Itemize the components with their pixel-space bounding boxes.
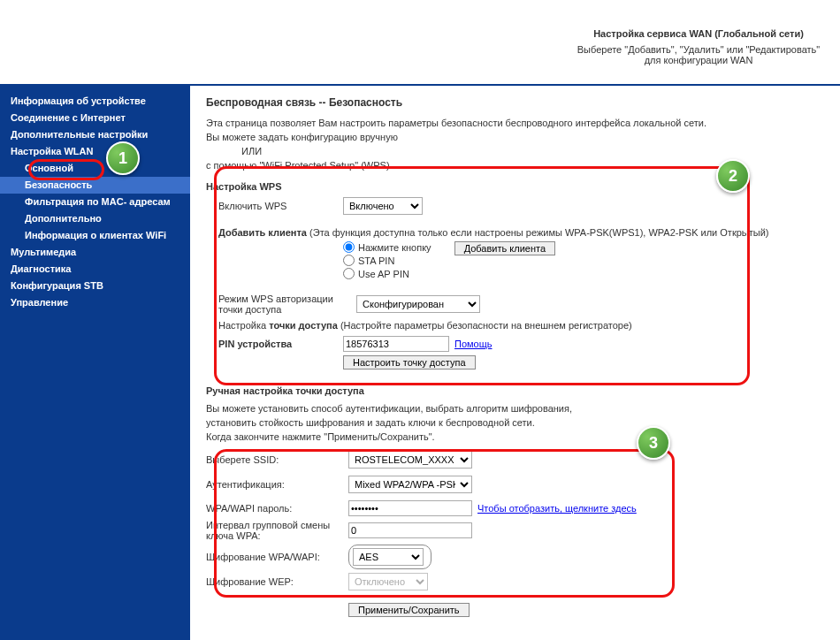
ssid-select[interactable]: ROSTELECOM_XXXX	[348, 451, 472, 469]
radio-sta-pin[interactable]: STA PIN	[343, 255, 431, 266]
sidebar-item-diagnostics[interactable]: Диагностика	[0, 261, 190, 278]
show-pass-link[interactable]: Чтобы отобразить, щелкните здесь	[477, 503, 637, 514]
callout-2: 2	[716, 159, 750, 193]
radio-push[interactable]: Нажмите кнопку	[343, 241, 431, 253]
manual-section: Выберете SSID: ROSTELECOM_XXXX Аутентифи…	[206, 451, 824, 617]
pass-label: WPA/WAPI пароль:	[206, 503, 343, 514]
sidebar-item-device-info[interactable]: Информация об устройстве	[0, 93, 190, 110]
manual-heading: Ручная настройка точки доступа	[206, 385, 824, 396]
enc-wep-select: Отключено	[348, 573, 428, 590]
desc-or: ИЛИ	[241, 144, 824, 158]
sidebar-item-multimedia[interactable]: Мультимедиа	[0, 244, 190, 261]
ap-note-rest: (Настройте параметры безопасности на вне…	[338, 320, 632, 331]
auth-label: Аутентификация:	[206, 479, 343, 490]
wps-radio-group: Нажмите кнопку STA PIN Use AP PIN	[343, 241, 431, 279]
wps-mode-select[interactable]: Сконфигурирован	[356, 295, 480, 313]
sidebar-item-security[interactable]: Безопасность	[0, 177, 190, 194]
page-title: Беспроводная связь -- Безопасность	[206, 96, 824, 109]
sidebar-item-stb[interactable]: Конфигурация STB	[0, 278, 190, 294]
header: Настройка сервиса WAN (Глобальной сети) …	[0, 0, 840, 86]
enc-wpa-select[interactable]: AES	[353, 548, 424, 566]
sidebar-item-management[interactable]: Управление	[0, 294, 190, 311]
auth-select[interactable]: Mixed WPA2/WPA -PSK	[348, 476, 472, 493]
sidebar-item-extra[interactable]: Дополнительно	[0, 210, 190, 227]
enc-wep-label: Шифрование WEP:	[206, 576, 343, 587]
interval-input[interactable]	[348, 522, 472, 538]
add-client-button[interactable]: Добавить клиента	[454, 241, 555, 255]
sidebar-item-mac-filter[interactable]: Фильтрация по MAC- адресам	[0, 194, 190, 210]
header-title: Настройка сервиса WAN (Глобальной сети)	[575, 28, 822, 39]
sidebar-item-internet[interactable]: Соединение с Интернет	[0, 110, 190, 126]
ap-note: Настройка точки доступа (Настройте парам…	[218, 320, 824, 331]
wps-mode-label: Режим WPS авторизации точки доступа	[218, 293, 351, 315]
enc-wpa-label: Шифрование WPA/WAPI:	[206, 552, 343, 562]
pin-help-link[interactable]: Помощь	[454, 339, 493, 349]
sidebar-item-wlan[interactable]: Настройка WLAN	[0, 143, 190, 160]
header-text: Настройка сервиса WAN (Глобальной сети) …	[575, 28, 822, 65]
header-subtitle: Выберете "Добавить", "Удалить" или "Реда…	[575, 44, 822, 65]
manual-desc: Вы можете установить способ аутентификац…	[206, 401, 824, 444]
interval-label: Интервал групповой смены ключа WPA:	[206, 520, 343, 541]
sidebar-item-advanced[interactable]: Дополнительные настройки	[0, 126, 190, 143]
callout-3: 3	[637, 426, 670, 460]
pin-label: PIN устройства	[218, 339, 338, 349]
configure-ap-button[interactable]: Настроить точку доступа	[343, 355, 476, 370]
desc-line2: Вы можете задать конфигурацию вручную	[206, 130, 824, 144]
wps-enable-label: Включить WPS	[218, 201, 338, 211]
ssid-label: Выберете SSID:	[206, 454, 343, 465]
wps-enable-select[interactable]: Включено	[343, 197, 423, 215]
save-button[interactable]: Применить/Сохранить	[348, 603, 470, 617]
ap-note-bold: Настройка точки доступа	[218, 320, 338, 331]
wps-add-client-label: Добавить клиента (Эта функция доступна т…	[218, 227, 769, 238]
callout-1: 1	[106, 141, 140, 175]
radio-ap-pin[interactable]: Use AP PIN	[343, 268, 431, 279]
pin-input[interactable]	[343, 336, 449, 352]
sidebar-item-wifi-clients[interactable]: Информация о клиентах WiFi	[0, 227, 190, 244]
wps-section: Настройка WPS Включить WPS Включено Доба…	[206, 181, 824, 370]
desc-line1: Эта страница позволяет Вам настроить пар…	[206, 116, 824, 130]
sidebar: Информация об устройстве Соединение с Ин…	[0, 86, 190, 640]
pass-input[interactable]	[348, 500, 472, 516]
sidebar-item-basic[interactable]: Основной	[0, 160, 190, 177]
